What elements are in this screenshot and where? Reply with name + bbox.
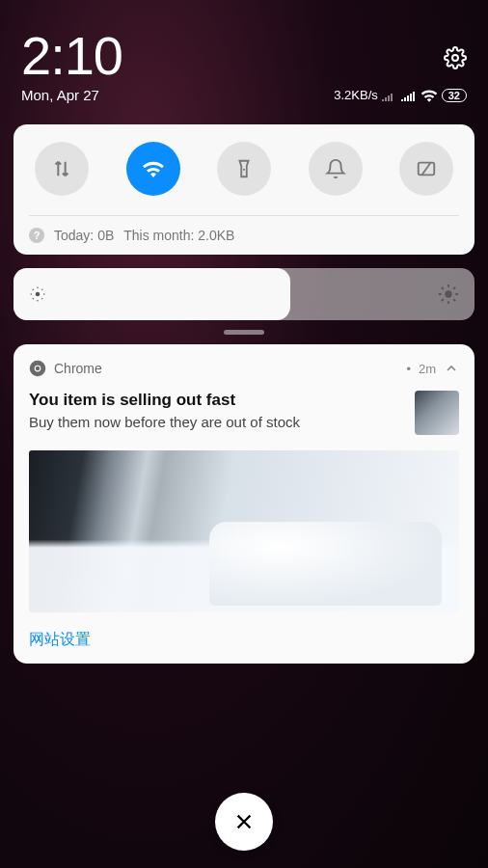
brightness-slider[interactable] [14, 268, 474, 320]
svg-point-0 [452, 55, 458, 61]
svg-point-6 [31, 293, 33, 295]
sound-toggle[interactable] [309, 142, 363, 196]
flashlight-toggle[interactable] [217, 142, 271, 196]
date-label: Mon, Apr 27 [21, 87, 99, 103]
wifi-toggle[interactable] [126, 142, 180, 196]
panel-drag-handle[interactable] [224, 330, 264, 335]
svg-point-4 [37, 287, 39, 289]
notification-card[interactable]: Chrome • 2m You item is selling out fast… [14, 344, 474, 664]
settings-icon[interactable] [444, 46, 467, 73]
svg-point-10 [32, 298, 34, 300]
signal-icon-2 [401, 90, 417, 101]
brightness-low-icon [29, 285, 46, 303]
close-icon [233, 811, 255, 832]
svg-point-7 [43, 293, 45, 295]
svg-point-11 [41, 288, 43, 290]
signal-icon [382, 90, 397, 101]
brightness-high-icon [438, 284, 459, 305]
data-speed: 3.2KB/s [334, 88, 378, 102]
screenshot-toggle[interactable] [399, 142, 453, 196]
notification-time: 2m [419, 362, 436, 376]
svg-point-8 [32, 288, 34, 290]
chevron-up-icon[interactable] [444, 361, 459, 376]
svg-point-3 [36, 292, 41, 297]
notification-image [29, 450, 459, 612]
data-month: This month: 2.0KB [123, 228, 234, 243]
wifi-icon [420, 89, 438, 102]
notification-title: You item is selling out fast [29, 391, 405, 410]
quick-settings-panel: ? Today: 0B This month: 2.0KB [14, 124, 474, 255]
notification-action-button[interactable]: 网站设置 [29, 630, 459, 650]
svg-point-15 [36, 366, 41, 371]
help-icon[interactable]: ? [29, 228, 44, 243]
notification-app-name: Chrome [54, 361, 102, 376]
notification-thumbnail [415, 391, 459, 435]
data-today: Today: 0B [54, 228, 114, 243]
svg-point-12 [445, 290, 451, 297]
chrome-app-icon [29, 360, 46, 377]
battery-indicator: 32 [442, 89, 467, 102]
clock-time: 2:10 [21, 29, 122, 83]
notification-dot: • [406, 362, 411, 376]
close-button[interactable] [215, 793, 273, 851]
notification-message: Buy them now before they are out of stoc… [29, 414, 405, 430]
svg-point-5 [37, 300, 39, 302]
status-bar-right: 3.2KB/s 32 [334, 88, 467, 102]
mobile-data-toggle[interactable] [35, 142, 89, 196]
svg-point-9 [41, 298, 43, 300]
